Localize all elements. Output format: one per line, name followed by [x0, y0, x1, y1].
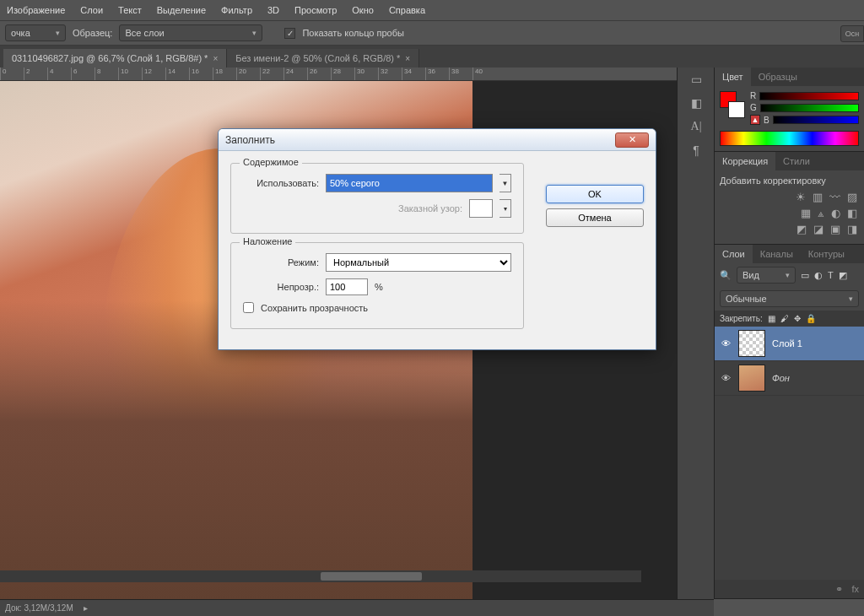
blend-mode-dropdown[interactable]: Обычные [720, 290, 859, 307]
mode-dropdown[interactable]: Нормальный [326, 253, 511, 272]
balance-icon[interactable]: ◐ [831, 207, 840, 219]
b-slider[interactable] [773, 116, 859, 124]
spectrum-picker[interactable] [720, 131, 859, 146]
tab-styles[interactable]: Стили [775, 152, 818, 170]
channel-mixer-icon[interactable]: ◪ [813, 223, 824, 235]
lock-pixels-icon[interactable]: 🖌 [780, 314, 789, 323]
menu-window[interactable]: Окно [352, 5, 374, 15]
layer-filter-dropdown[interactable]: Вид [737, 267, 796, 284]
g-label: G [750, 103, 757, 112]
search-icon[interactable]: 🔍 [720, 270, 732, 281]
history-icon[interactable]: ▭ [678, 68, 715, 91]
opacity-input[interactable] [326, 278, 368, 295]
layer-name[interactable]: Фон [772, 373, 790, 383]
tool-preset-dropdown[interactable]: очка [5, 24, 66, 41]
lookup-icon[interactable]: ▣ [830, 223, 840, 235]
use-dropdown[interactable]: 50% серого [326, 174, 493, 192]
doc-size: Док: 3,12M/3,12M [5, 603, 73, 613]
brightness-icon[interactable]: ☀ [796, 191, 806, 203]
exposure-icon[interactable]: ▨ [847, 191, 857, 203]
filter-icon[interactable]: ◐ [814, 270, 823, 281]
fx-icon[interactable]: fx [851, 584, 859, 594]
curves-icon[interactable]: 〰 [829, 191, 840, 203]
close-icon[interactable]: × [213, 54, 218, 63]
character-icon[interactable]: A| [678, 115, 715, 138]
hue-icon[interactable]: ⟁ [818, 207, 824, 219]
tab-color[interactable]: Цвет [715, 68, 751, 86]
ok-button[interactable]: OK [546, 185, 644, 203]
visibility-icon[interactable]: 👁 [720, 338, 732, 349]
layer-thumbnail[interactable] [738, 330, 765, 357]
preserve-transparency-label: Сохранить прозрачность [261, 303, 368, 313]
r-slider[interactable] [759, 92, 859, 100]
right-panels: Цвет Образцы R G ▲ B [714, 68, 864, 599]
color-panel: Цвет Образцы R G ▲ B [715, 68, 864, 152]
link-icon[interactable]: ⚭ [835, 584, 843, 595]
visibility-icon[interactable]: 👁 [720, 373, 732, 383]
use-label: Использовать: [243, 178, 319, 188]
reset-button[interactable]: Осн [840, 25, 864, 42]
panel-icon-strip: ▭ ◧ A| ¶ [677, 68, 714, 599]
tab-channels[interactable]: Каналы [753, 245, 801, 263]
cancel-button[interactable]: Отмена [546, 208, 644, 227]
r-label: R [750, 91, 756, 100]
menu-text[interactable]: Текст [118, 5, 142, 15]
levels-icon[interactable]: ▥ [813, 191, 823, 203]
close-button[interactable]: ✕ [615, 132, 649, 148]
menu-image[interactable]: Изображение [7, 5, 65, 15]
menu-view[interactable]: Просмотр [294, 5, 337, 15]
sample-dropdown[interactable]: Все слои [119, 24, 262, 41]
chevron-down-icon[interactable]: ▼ [500, 174, 511, 192]
horizontal-ruler: 0 2 4 6 8 10 12 14 16 18 20 22 24 26 28 … [0, 68, 677, 81]
layer-row[interactable]: 👁 Фон [715, 361, 864, 396]
tab-swatches[interactable]: Образцы [751, 68, 805, 86]
show-ring-checkbox[interactable] [284, 28, 295, 39]
menu-help[interactable]: Справка [389, 5, 425, 15]
document-tab-1[interactable]: 03110496827.jpg @ 66,7% (Слой 1, RGB/8#)… [3, 49, 227, 68]
document-tabs: 03110496827.jpg @ 66,7% (Слой 1, RGB/8#)… [0, 46, 864, 68]
layer-row[interactable]: 👁 Слой 1 [715, 327, 864, 361]
lock-row: Закрепить: ▦ 🖌 ✥ 🔒 [715, 311, 864, 327]
close-icon[interactable]: × [405, 54, 410, 63]
mode-label: Режим: [243, 257, 319, 267]
document-tab-2[interactable]: Без имени-2 @ 50% (Слой 6, RGB/8) *× [227, 49, 419, 68]
fill-dialog: Заполнить ✕ OK Отмена Содержимое Использ… [218, 128, 656, 350]
b-label: B [764, 116, 770, 125]
filter-icon[interactable]: T [828, 270, 834, 280]
tab-layers[interactable]: Слои [715, 245, 753, 263]
layer-thumbnail[interactable] [738, 365, 765, 392]
background-swatch[interactable] [728, 101, 745, 118]
preserve-transparency-checkbox[interactable] [243, 302, 254, 313]
filter-icon[interactable]: ▭ [801, 270, 809, 281]
opacity-unit: % [375, 282, 383, 292]
lock-trans-icon[interactable]: ▦ [768, 314, 775, 323]
tab-adjustments[interactable]: Коррекция [715, 152, 775, 170]
menu-select[interactable]: Выделение [157, 5, 206, 15]
status-arrow-icon[interactable]: ▸ [84, 603, 88, 613]
layer-name[interactable]: Слой 1 [772, 338, 802, 349]
menu-3d[interactable]: 3D [267, 5, 279, 15]
paragraph-icon[interactable]: ¶ [678, 138, 715, 162]
blending-legend: Наложение [240, 236, 295, 246]
invert-icon[interactable]: ◨ [847, 223, 857, 235]
layers-footer: ⚭ fx [715, 580, 864, 598]
photo-filter-icon[interactable]: ◩ [796, 223, 807, 235]
horizontal-scrollbar[interactable] [0, 570, 641, 582]
g-slider[interactable] [760, 104, 859, 112]
dialog-titlebar[interactable]: Заполнить ✕ [219, 129, 656, 151]
contents-legend: Содержимое [240, 157, 302, 167]
gamut-warning-icon[interactable]: ▲ [750, 115, 760, 125]
menu-filter[interactable]: Фильтр [221, 5, 252, 15]
vibrance-icon[interactable]: ▦ [801, 207, 811, 219]
lock-all-icon[interactable]: 🔒 [806, 314, 816, 323]
bw-icon[interactable]: ◧ [847, 207, 857, 219]
lock-position-icon[interactable]: ✥ [794, 314, 801, 323]
main-menubar: Изображение Слои Текст Выделение Фильтр … [0, 0, 864, 20]
tab-paths[interactable]: Контуры [801, 245, 852, 263]
dialog-title: Заполнить [225, 134, 275, 146]
menu-layers[interactable]: Слои [80, 5, 103, 15]
pattern-swatch [469, 199, 493, 218]
opacity-label: Непрозр.: [243, 282, 319, 292]
filter-icon[interactable]: ◩ [839, 270, 847, 281]
navigator-icon[interactable]: ◧ [678, 91, 715, 115]
